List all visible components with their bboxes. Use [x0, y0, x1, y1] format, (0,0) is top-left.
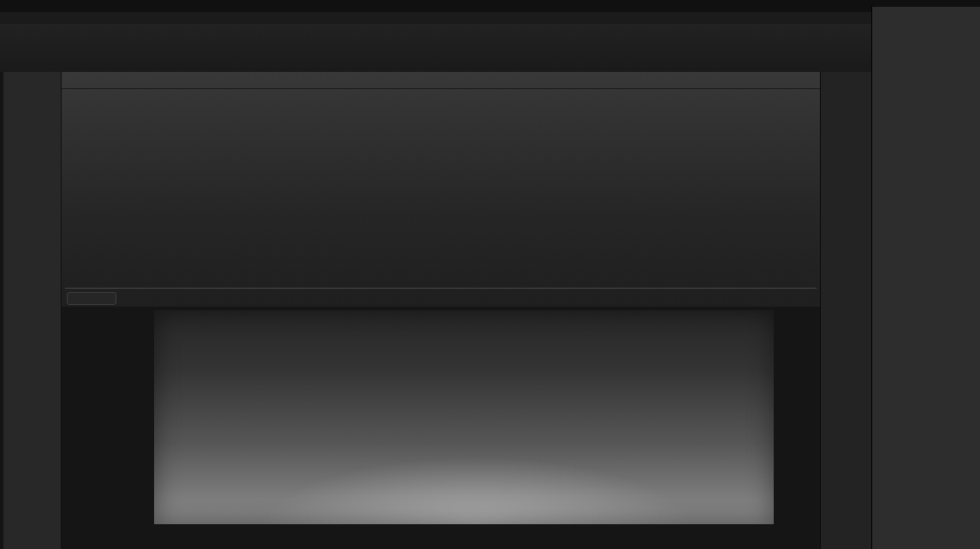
tool-panel-header [872, 7, 980, 24]
top-shelf [0, 24, 871, 73]
left-tray [0, 72, 62, 549]
tool-panel [871, 7, 980, 549]
right-shelf [820, 72, 871, 549]
title-bar [0, 0, 980, 12]
lightbox-tab-bar [62, 72, 820, 89]
zbrush-document[interactable] [154, 310, 774, 524]
menu-bar [0, 12, 871, 24]
lightbox-divider [65, 288, 817, 289]
left-edge-strip [0, 72, 3, 549]
right-edge-dock [968, 75, 979, 549]
up-folder-button[interactable] [67, 292, 116, 305]
zbrush-window [0, 0, 980, 549]
lightbox-panel [62, 72, 820, 307]
